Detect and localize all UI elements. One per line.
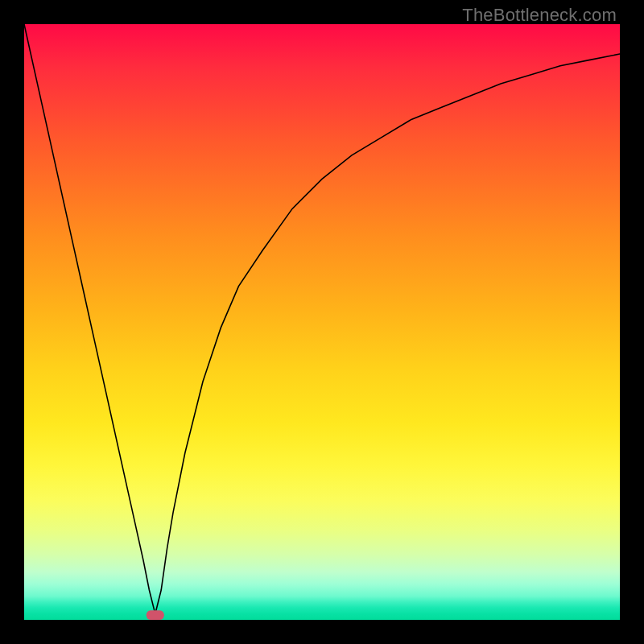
watermark-text: TheBottleneck.com: [462, 5, 617, 26]
chart-container: TheBottleneck.com: [0, 0, 644, 644]
left-branch-line: [24, 24, 155, 614]
right-branch-line: [155, 54, 620, 614]
curve-layer: [24, 24, 620, 620]
plot-area: [24, 24, 620, 620]
min-marker: [147, 610, 164, 620]
